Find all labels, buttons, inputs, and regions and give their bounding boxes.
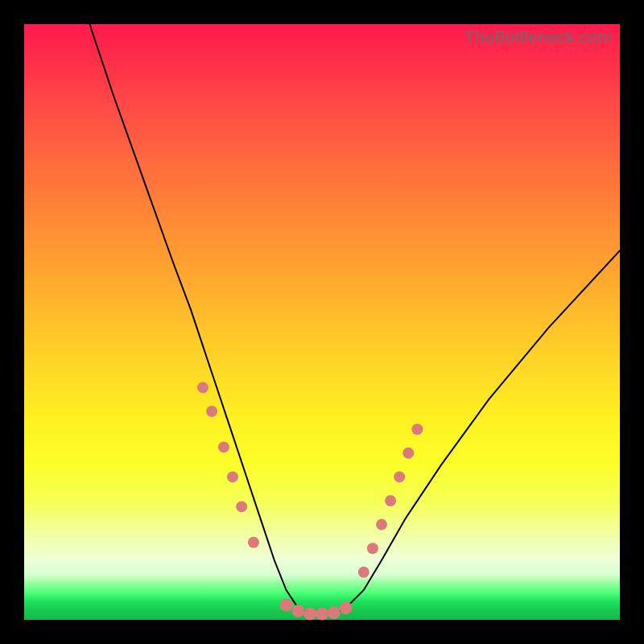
- data-marker: [218, 441, 229, 452]
- data-marker: [340, 601, 353, 614]
- plot-area: TheBottleneck.com: [24, 24, 620, 620]
- data-marker: [197, 382, 208, 393]
- data-marker: [402, 448, 414, 459]
- data-marker: [411, 423, 423, 435]
- data-marker: [358, 567, 369, 578]
- data-marker: [385, 495, 396, 506]
- data-marker: [206, 406, 217, 417]
- chart-svg: [24, 24, 620, 620]
- data-marker: [376, 519, 387, 530]
- data-marker: [394, 471, 405, 482]
- data-marker: [328, 606, 341, 619]
- data-marker: [291, 605, 304, 617]
- data-marker: [236, 501, 247, 512]
- data-marker: [316, 608, 328, 621]
- marker-layer: [197, 382, 423, 620]
- data-marker: [248, 537, 259, 548]
- data-marker: [367, 543, 378, 554]
- data-marker: [227, 471, 238, 482]
- data-marker: [280, 599, 293, 612]
- data-marker: [303, 608, 316, 621]
- chart-stage: TheBottleneck.com: [0, 0, 644, 644]
- bottleneck-curve: [89, 24, 620, 614]
